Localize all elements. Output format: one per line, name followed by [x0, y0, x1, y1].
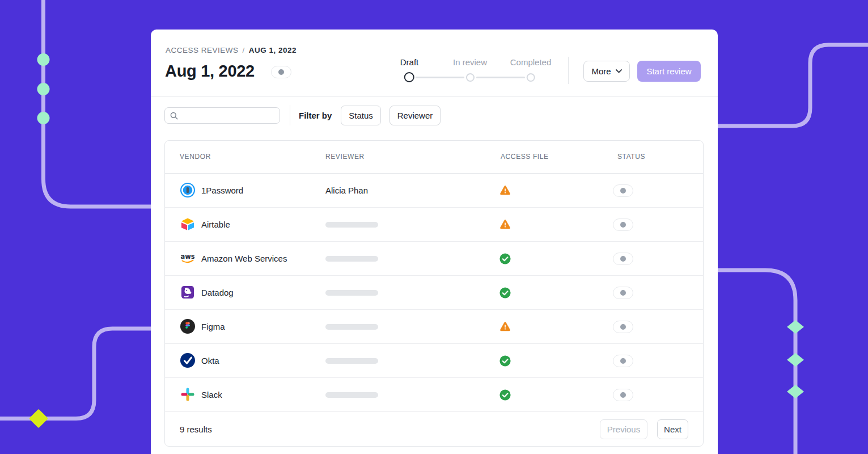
vendor-name: 1Password	[201, 174, 243, 207]
decor-diamond	[787, 385, 804, 398]
search-icon	[170, 112, 178, 120]
vendor-name: Airtable	[201, 208, 230, 241]
okta-icon	[180, 352, 196, 368]
header-divider	[568, 57, 569, 84]
status-pill[interactable]	[613, 389, 633, 401]
reviewer-placeholder	[325, 222, 378, 228]
column-header-reviewer: REVIEWER	[325, 141, 365, 173]
decor-line-top-right	[718, 45, 868, 126]
stepper-circle-icon	[466, 73, 475, 82]
table-row[interactable]: Slack	[165, 378, 703, 412]
dot-icon	[620, 256, 626, 262]
column-header-access-file: ACCESS FILE	[501, 141, 549, 173]
stepper-step-in-review: In review	[453, 57, 487, 85]
warning-icon[interactable]	[499, 219, 511, 230]
table-row[interactable]: Datadog	[165, 276, 703, 310]
reviewer-placeholder	[325, 324, 378, 330]
aws-icon: aws	[180, 250, 196, 266]
page-title: Aug 1, 2022	[165, 61, 255, 81]
stepper-step-draft: Draft	[400, 57, 419, 85]
column-header-vendor: VENDOR	[180, 141, 211, 173]
status-pill[interactable]	[613, 184, 633, 197]
datadog-icon	[180, 284, 196, 300]
table-footer: 9 results Previous Next	[165, 412, 703, 446]
stepper-step-label: Draft	[400, 57, 419, 68]
search-box[interactable]	[164, 107, 280, 124]
table-row[interactable]: Figma	[165, 310, 703, 344]
toolbar-divider	[290, 105, 290, 125]
status-pill[interactable]	[613, 253, 633, 265]
success-icon[interactable]	[499, 287, 511, 299]
dot-icon	[620, 392, 626, 398]
reviewer-placeholder	[325, 392, 378, 398]
decor-line-bottom-left	[0, 329, 151, 419]
table-row[interactable]: 1PasswordAlicia Phan	[165, 174, 703, 208]
figma-icon	[180, 318, 196, 334]
table-row[interactable]: aws Amazon Web Services	[165, 242, 703, 276]
dot-icon	[278, 69, 284, 75]
table-row[interactable]: Airtable	[165, 208, 703, 242]
dot-icon	[620, 358, 626, 364]
previous-button[interactable]: Previous	[600, 419, 647, 439]
decor-diamond	[787, 353, 804, 367]
vendor-name: Okta	[201, 344, 219, 377]
success-icon[interactable]	[499, 355, 511, 367]
success-icon[interactable]	[499, 253, 511, 264]
column-header-status: STATUS	[617, 141, 645, 173]
title-status-badge[interactable]	[271, 66, 291, 78]
reviewer-placeholder	[325, 290, 378, 296]
stepper-circle-icon	[526, 73, 535, 82]
filter-reviewer-button[interactable]: Reviewer	[389, 106, 441, 125]
results-count: 9 results	[180, 424, 212, 434]
vendor-name: Datadog	[201, 276, 234, 309]
chevron-down-icon	[616, 69, 622, 73]
card-header: ACCESS REVIEWS/AUG 1, 2022 Aug 1, 2022 D…	[151, 30, 718, 97]
decor-line-top-left	[44, 0, 151, 207]
success-icon[interactable]	[499, 389, 511, 401]
filter-by-label: Filter by	[299, 111, 332, 120]
1password-icon	[180, 182, 196, 198]
search-input[interactable]	[181, 108, 278, 124]
warning-icon[interactable]	[499, 321, 511, 333]
decor-dot	[37, 83, 50, 95]
start-review-button[interactable]: Start review	[637, 61, 701, 82]
breadcrumb-root-link[interactable]: ACCESS REVIEWS	[166, 46, 239, 54]
dot-icon	[620, 188, 626, 194]
status-pill[interactable]	[613, 218, 633, 231]
table-header: VENDOR REVIEWER ACCESS FILE STATUS	[165, 141, 703, 174]
decor-line-bottom-right	[718, 270, 795, 454]
more-button-label: More	[591, 66, 611, 76]
stepper-step-completed: Completed	[510, 57, 552, 85]
stepper-step-label: In review	[453, 57, 487, 68]
dot-icon	[620, 222, 626, 228]
warning-icon[interactable]	[499, 185, 511, 196]
filter-status-button[interactable]: Status	[341, 106, 381, 125]
breadcrumb-separator: /	[243, 46, 245, 54]
pagination: Previous Next	[600, 419, 688, 439]
dot-icon	[620, 324, 626, 330]
breadcrumb: ACCESS REVIEWS/AUG 1, 2022	[166, 46, 297, 54]
decor-dot	[37, 112, 50, 124]
stepper-circle-icon	[404, 72, 414, 82]
svg-text:aws: aws	[180, 253, 194, 260]
vendors-table: VENDOR REVIEWER ACCESS FILE STATUS 1Pass…	[164, 140, 704, 447]
stepper-step-label: Completed	[510, 57, 552, 68]
decor-dot	[37, 53, 50, 66]
more-button[interactable]: More	[583, 61, 630, 82]
reviewer-name: Alicia Phan	[325, 174, 368, 207]
dot-icon	[620, 290, 626, 296]
vendor-name: Figma	[201, 310, 225, 343]
decor-diamond	[787, 320, 804, 334]
table-row[interactable]: Okta	[165, 344, 703, 378]
reviewer-placeholder	[325, 358, 378, 364]
decor-diamond	[29, 409, 48, 428]
status-pill[interactable]	[613, 287, 633, 299]
next-button[interactable]: Next	[657, 419, 688, 439]
status-pill[interactable]	[613, 355, 633, 367]
table-body: 1PasswordAlicia Phan Airtable aws Amazon…	[165, 174, 703, 412]
status-pill[interactable]	[613, 321, 633, 333]
vendor-name: Slack	[201, 378, 222, 411]
breadcrumb-current: AUG 1, 2022	[249, 46, 297, 54]
access-review-card: ACCESS REVIEWS/AUG 1, 2022 Aug 1, 2022 D…	[151, 30, 718, 454]
slack-icon	[180, 386, 196, 402]
